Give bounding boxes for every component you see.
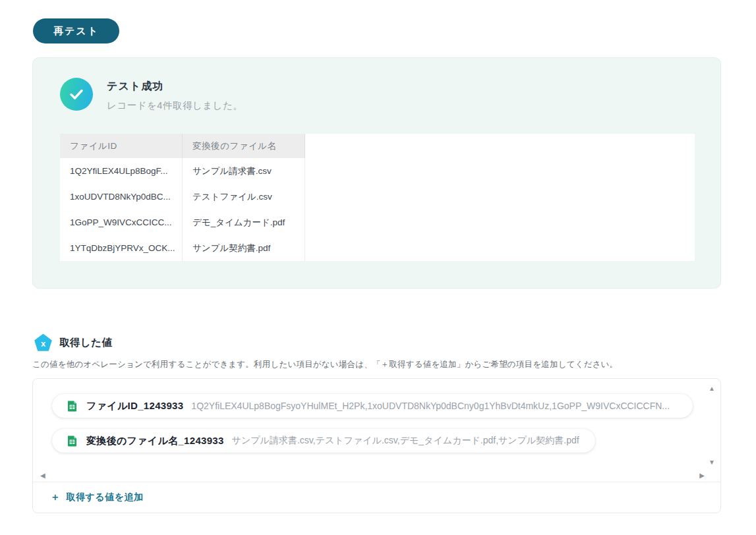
values-panel-footer: ＋ 取得する値を追加: [33, 482, 720, 513]
success-header: テスト成功 レコードを4件取得しました。: [60, 78, 693, 112]
pill-value: サンプル請求書.csv,テストファイル.csv,デモ_タイムカード.pdf,サン…: [232, 435, 579, 447]
success-subtitle: レコードを4件取得しました。: [107, 99, 243, 112]
success-check-icon: [60, 78, 93, 111]
cell-file-id: 1xoUDVTD8NkYp0dBC...: [60, 184, 183, 210]
cell-file-id: 1Q2YfiLEX4ULp8BogF...: [60, 158, 183, 184]
google-sheets-icon: [66, 400, 78, 412]
cell-file-id: 1YTqDbzBjYPRVx_OCK...: [60, 235, 183, 261]
svg-text:x: x: [41, 339, 46, 349]
value-pill-file-id[interactable]: ファイルID_1243933 1Q2YfiLEX4ULp8BogFsyoYHul…: [52, 394, 693, 418]
table-header-converted-filename: 変換後のファイル名: [183, 134, 305, 158]
add-value-label: 取得する値を追加: [67, 492, 144, 503]
pill-label: 変換後のファイル名_1243933: [86, 435, 224, 447]
value-pill-converted-filename[interactable]: 変換後のファイル名_1243933 サンプル請求書.csv,テストファイル.cs…: [52, 429, 595, 453]
retrieved-values-header: x 取得した値: [34, 334, 756, 351]
google-sheets-icon: [66, 435, 78, 447]
cell-filename: サンプル契約書.pdf: [183, 235, 305, 261]
cell-file-id: 1GoPP_W9IVCxCCICC...: [60, 210, 183, 235]
variable-x-icon: x: [34, 334, 52, 351]
values-scroll-area: ファイルID_1243933 1Q2YfiLEX4ULp8BogFsyoYHul…: [33, 379, 720, 482]
cell-filename: デモ_タイムカード.pdf: [183, 210, 305, 235]
table-row: 1GoPP_W9IVCxCCICC... デモ_タイムカード.pdf: [60, 210, 695, 235]
test-success-panel: テスト成功 レコードを4件取得しました。 ファイルID 変換後のファイル名 1Q…: [32, 57, 721, 289]
result-table: ファイルID 変換後のファイル名 1Q2YfiLEX4ULp8BogF... サ…: [60, 134, 695, 261]
success-title: テスト成功: [107, 80, 243, 94]
scroll-right-icon[interactable]: ▶: [699, 472, 705, 479]
scroll-left-icon[interactable]: ◀: [40, 472, 45, 479]
scroll-up-icon[interactable]: ▲: [709, 385, 715, 392]
table-row: 1xoUDVTD8NkYp0dBC... テストファイル.csv: [60, 184, 695, 210]
table-header-file-id: ファイルID: [60, 134, 183, 158]
table-row: 1Q2YfiLEX4ULp8BogF... サンプル請求書.csv: [60, 158, 695, 184]
retest-button[interactable]: 再テスト: [33, 18, 119, 43]
add-value-button[interactable]: ＋ 取得する値を追加: [50, 491, 143, 503]
retrieved-values-title: 取得した値: [59, 336, 113, 350]
plus-icon: ＋: [50, 491, 61, 503]
values-description: この値を他のオペレーションで利用することができます。利用したい項目がない場合は、…: [32, 359, 756, 370]
cell-filename: サンプル請求書.csv: [183, 158, 305, 184]
scroll-down-icon[interactable]: ▼: [709, 459, 715, 466]
table-header-row: ファイルID 変換後のファイル名: [60, 134, 695, 158]
retrieved-values-panel: ファイルID_1243933 1Q2YfiLEX4ULp8BogFsyoYHul…: [32, 378, 721, 513]
page: 再テスト テスト成功 レコードを4件取得しました。 ファイルID 変換後のファイ…: [0, 0, 756, 535]
pill-value: 1Q2YfiLEX4ULp8BogFsyoYHulMEt_H2Pk,1xoUDV…: [191, 401, 670, 411]
table-row: 1YTqDbzBjYPRVx_OCK... サンプル契約書.pdf: [60, 235, 695, 261]
success-texts: テスト成功 レコードを4件取得しました。: [107, 78, 243, 112]
pill-label: ファイルID_1243933: [86, 400, 183, 412]
cell-filename: テストファイル.csv: [183, 184, 305, 210]
